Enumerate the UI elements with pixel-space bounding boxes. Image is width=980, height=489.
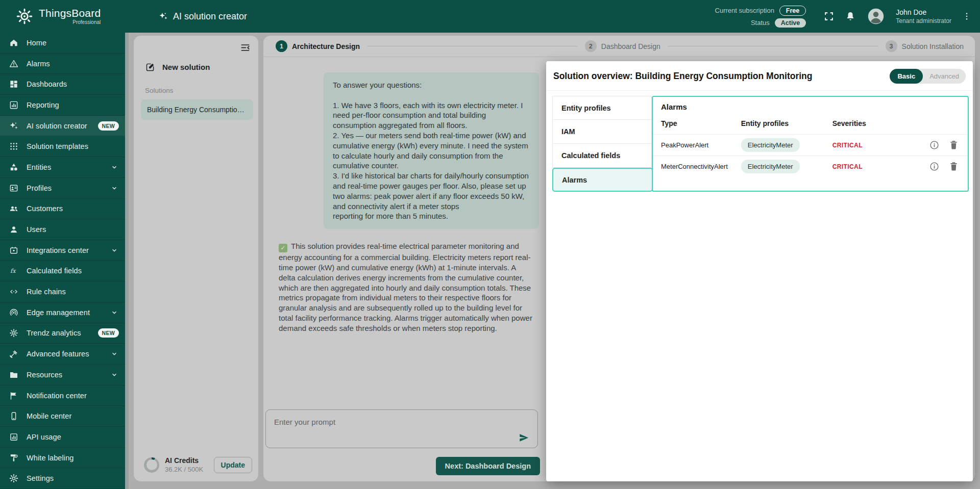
sidebar-item-label: Notification center: [27, 392, 87, 400]
tab-label: Calculated fields: [561, 151, 620, 160]
tab-calculated-fields[interactable]: Calculated fields: [552, 144, 652, 168]
sidebar-item-white-labeling[interactable]: White labeling: [0, 448, 125, 469]
prompt-wrap: [265, 409, 538, 450]
sidebar-item-profiles[interactable]: Profiles: [0, 178, 125, 199]
kebab-menu-icon[interactable]: [962, 11, 972, 21]
solution-list-item[interactable]: Building Energy Consumption …: [141, 99, 253, 120]
sidebar-item-label: Entities: [27, 163, 51, 171]
sidebar-item-label: Customers: [27, 204, 63, 213]
notification-flag-icon: [9, 391, 19, 401]
sidebar-item-label: Profiles: [27, 184, 52, 192]
ai-credits-value: 36.2K / 500K: [165, 466, 203, 473]
brand: ThingsBoard Professional: [0, 7, 133, 25]
folder-icon: [9, 370, 19, 380]
sidebar-item-settings[interactable]: Settings: [0, 468, 125, 489]
sidebar-item-api-usage[interactable]: API usage: [0, 427, 125, 448]
user-block[interactable]: John Doe Tenant administrator: [896, 8, 951, 24]
sidebar-item-integrations-center[interactable]: Integrations center: [0, 240, 125, 261]
severity-badge: CRITICAL: [832, 142, 863, 149]
ai-credits-label: AI Credits: [165, 456, 203, 465]
sidebar-item-home[interactable]: Home: [0, 33, 125, 54]
alarms-heading: Alarms: [661, 102, 968, 111]
basic-advanced-toggle: Basic Advanced: [890, 69, 966, 84]
alarm-row: MeterConnectivityAlertElectricityMeterCR…: [653, 156, 968, 177]
sidebar-item-label: Alarms: [27, 60, 50, 68]
collapse-panel-icon[interactable]: [239, 42, 251, 54]
subscription-badge[interactable]: Free: [779, 6, 806, 16]
reporting-icon: [9, 100, 19, 110]
fullscreen-icon[interactable]: [823, 11, 835, 22]
sidebar-item-resources[interactable]: Resources: [0, 365, 125, 385]
sidebar-item-label: Integrations center: [27, 246, 89, 254]
alarms-content: Alarms TypeEntity profilesSeverities Pea…: [652, 96, 969, 192]
notifications-bell-icon[interactable]: [845, 11, 856, 22]
sidebar-item-users[interactable]: Users: [0, 219, 125, 240]
dot-grid-icon: [9, 141, 19, 151]
tab-label: Entity profiles: [561, 104, 611, 112]
sidebar-item-reporting[interactable]: Reporting: [0, 95, 125, 116]
stepper-step-dashboard-design[interactable]: 2Dashboard Design: [585, 40, 660, 52]
prompt-input[interactable]: [265, 409, 538, 448]
sidebar-item-label: Home: [27, 39, 46, 47]
step-label: Dashboard Design: [601, 42, 660, 50]
next-dashboard-design-button[interactable]: Next: Dashboard Design: [436, 457, 540, 475]
avatar[interactable]: [866, 7, 886, 26]
tab-alarms[interactable]: Alarms: [552, 168, 653, 192]
sidebar-item-solution-templates[interactable]: Solution templates: [0, 136, 125, 157]
stepper-step-architecture-design[interactable]: 1Architecture Design: [276, 40, 360, 52]
sidebar-item-label: Dashboards: [27, 80, 67, 88]
update-button[interactable]: Update: [214, 457, 252, 473]
overview-title: Solution overview: Building Energy Consu…: [553, 71, 812, 82]
sidebar-scrollbar[interactable]: [125, 33, 129, 489]
sidebar-item-label: Settings: [27, 474, 54, 482]
sidebar-item-dashboards[interactable]: Dashboards: [0, 74, 125, 95]
status-badge: Active: [775, 18, 806, 28]
sidebar-item-entities[interactable]: Entities: [0, 157, 125, 178]
top-bar: ThingsBoard Professional AI solution cre…: [0, 0, 980, 33]
sidebar-item-notification-center[interactable]: Notification center: [0, 385, 125, 406]
alarms-table: TypeEntity profilesSeverities PeakPowerA…: [653, 113, 968, 177]
home-icon: [9, 38, 19, 48]
new-solution-icon: [145, 62, 156, 72]
sidebar-item-advanced-features[interactable]: Advanced features: [0, 344, 125, 365]
info-icon[interactable]: [929, 161, 940, 172]
tab-iam[interactable]: IAM: [552, 120, 652, 144]
delete-icon[interactable]: [948, 161, 959, 172]
alarm-type: MeterConnectivityAlert: [661, 163, 728, 170]
sidebar-item-label: Advanced features: [27, 350, 89, 358]
sidebar-item-label: AI solution creator: [27, 122, 87, 130]
svg-text:fx: fx: [10, 268, 16, 274]
sidebar-item-customers[interactable]: Customers: [0, 199, 125, 220]
column-header-type: Type: [653, 113, 741, 135]
people-icon: [9, 203, 19, 214]
ai-sparkle-icon: [158, 11, 168, 21]
thingsboard-logo-icon: [15, 7, 34, 25]
stepper-step-solution-installation[interactable]: 3Solution Installation: [886, 40, 964, 52]
chat-column: To answer your questions: 1. We have 3 f…: [263, 57, 547, 481]
sidebar-item-edge-management[interactable]: Edge management: [0, 302, 125, 323]
solutions-section-label: Solutions: [145, 87, 258, 94]
info-icon[interactable]: [929, 140, 940, 150]
toggle-advanced[interactable]: Advanced: [923, 72, 966, 80]
sidebar-item-ai-solution-creator[interactable]: AI solution creatorNEW: [0, 116, 125, 137]
send-icon[interactable]: [518, 432, 530, 444]
tab-entity-profiles[interactable]: Entity profiles: [552, 96, 652, 120]
column-header-severities: Severities: [832, 113, 911, 135]
check-icon: ✓: [279, 244, 287, 252]
tab-label: IAM: [561, 127, 575, 136]
new-solution-button[interactable]: New solution: [145, 62, 258, 72]
overview-header: Solution overview: Building Energy Consu…: [546, 61, 973, 91]
sidebar-item-rule-chains[interactable]: Rule chains: [0, 281, 125, 302]
delete-icon[interactable]: [948, 140, 959, 150]
sidebar-item-trendz-analytics[interactable]: Trendz analyticsNEW: [0, 323, 125, 344]
sidebar-item-label: Resources: [27, 371, 62, 379]
chevron-down-icon: [110, 163, 119, 172]
sidebar-item-mobile-center[interactable]: Mobile center: [0, 406, 125, 427]
assistant-message: ✓This solution provides real-time electr…: [279, 241, 534, 333]
topbar-right: Current subscription Free Status Active …: [715, 6, 980, 28]
sidebar-item-calculated-fields[interactable]: fxCalculated fields: [0, 261, 125, 282]
toggle-basic[interactable]: Basic: [890, 69, 923, 84]
sidebar-item-alarms[interactable]: Alarms: [0, 54, 125, 74]
sidebar-nav: HomeAlarmsDashboardsReportingAI solution…: [0, 33, 125, 489]
user-name: John Doe: [896, 8, 951, 16]
